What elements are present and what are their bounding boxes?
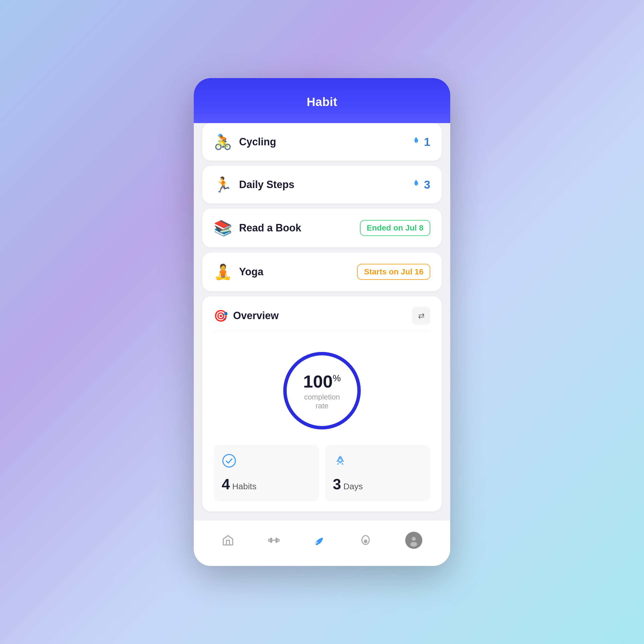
svg-point-12 [410, 542, 417, 547]
habit-card-daily-steps[interactable]: 🏃 Daily Steps 3 [202, 166, 442, 203]
habits-unit: Habits [232, 482, 256, 491]
daily-steps-emoji: 🏃 [214, 177, 232, 192]
completion-percent: 100% [301, 371, 343, 392]
ended-badge: Ended on Jul 8 [360, 220, 430, 236]
days-count: 3 [333, 476, 341, 493]
svg-point-3 [339, 459, 341, 461]
home-icon [222, 534, 234, 547]
svg-point-2 [223, 455, 235, 467]
stat-days: 3 Days [325, 445, 430, 501]
app-title: Habit [307, 95, 337, 109]
yoga-name: Yoga [239, 266, 263, 278]
overview-action-button[interactable]: ⇄ [412, 307, 430, 325]
svg-point-11 [412, 537, 416, 541]
svg-point-9 [364, 540, 367, 543]
nav-workout[interactable] [262, 531, 286, 549]
habits-stat-icon [222, 453, 311, 471]
habits-count: 4 [222, 476, 230, 493]
habit-card-yoga[interactable]: 🧘 Yoga Starts on Jul 16 [202, 252, 442, 291]
completion-circle: 100% completion rate [279, 348, 365, 433]
read-a-book-emoji: 📚 [214, 221, 232, 235]
overview-header: 🎯 Overview ⇄ [214, 307, 430, 331]
overview-card: 🎯 Overview ⇄ 100% completion r [202, 296, 442, 511]
bottom-navigation [194, 520, 450, 566]
completion-label: completion rate [301, 393, 343, 410]
habit-card-cycling[interactable]: 🚴 Cycling 1 [202, 123, 442, 161]
completion-circle-container: 100% completion rate [214, 339, 430, 439]
stats-row: 4 Habits [214, 445, 430, 501]
days-stat-icon [333, 453, 422, 471]
phone-frame: Habit 🚴 Cycling 1 🏃 Daily Steps [194, 78, 450, 566]
cycling-emoji: 🚴 [214, 134, 232, 149]
flame-icon-cycling [411, 136, 421, 148]
cycling-streak: 1 [424, 136, 430, 148]
nav-food[interactable] [354, 531, 378, 549]
circle-center-text: 100% completion rate [301, 371, 343, 410]
daily-steps-name: Daily Steps [239, 179, 294, 191]
nav-home[interactable] [216, 531, 240, 549]
profile-avatar [405, 532, 422, 549]
daily-steps-streak: 3 [424, 178, 430, 191]
starts-badge: Starts on Jul 16 [357, 264, 430, 280]
yoga-emoji: 🧘 [214, 264, 232, 279]
dumbbell-icon [268, 534, 280, 547]
avatar-image [407, 534, 420, 547]
nav-habit[interactable] [308, 531, 332, 549]
rocket-icon [333, 453, 348, 468]
nav-profile[interactable] [400, 529, 428, 552]
avocado-icon [359, 534, 372, 547]
leaf-icon [313, 534, 326, 547]
overview-icon: 🎯 [214, 309, 228, 323]
check-circle-icon [222, 453, 237, 468]
habit-card-read-a-book[interactable]: 📚 Read a Book Ended on Jul 8 [202, 209, 442, 247]
stat-habits: 4 Habits [214, 445, 319, 501]
days-unit: Days [343, 482, 363, 491]
overview-title: Overview [233, 310, 279, 322]
read-a-book-name: Read a Book [239, 222, 301, 234]
main-content: 🚴 Cycling 1 🏃 Daily Steps [194, 123, 450, 520]
flame-icon-daily-steps [411, 179, 421, 190]
cycling-name: Cycling [239, 136, 276, 148]
